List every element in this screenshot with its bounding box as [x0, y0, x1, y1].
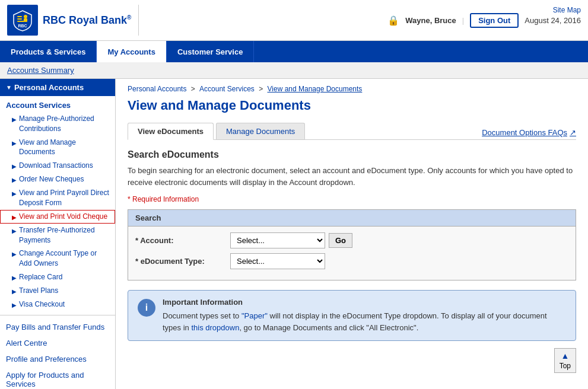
search-description: To begin searching for an electronic doc…	[128, 165, 576, 188]
nav-customer-service[interactable]: Customer Service	[167, 41, 255, 62]
bullet-icon: ▶	[12, 176, 17, 184]
info-title: Important Information	[163, 298, 566, 307]
breadcrumb-separator: >	[191, 85, 197, 93]
breadcrumb-personal-accounts[interactable]: Personal Accounts	[128, 85, 186, 93]
breadcrumb-account-services[interactable]: Account Services	[199, 85, 255, 93]
sidebar-item-download-transactions[interactable]: ▶ Download Transactions	[0, 159, 115, 173]
tab-manage-documents[interactable]: Manage Documents	[216, 123, 305, 139]
sidebar-profile-preferences[interactable]: Profile and Preferences	[0, 351, 115, 367]
sidebar-header: ▼ Personal Accounts	[0, 79, 115, 96]
info-icon: i	[138, 299, 155, 317]
search-box-body: * Account: Select... Go * eDocument Type…	[128, 227, 576, 280]
sidebar-item-travel-plans[interactable]: ▶ Travel Plans	[0, 284, 115, 298]
sidebar-apply-products[interactable]: Apply for Products and Services	[0, 367, 115, 389]
sidebar-item-visa-checkout[interactable]: ▶ Visa Checkout	[0, 298, 115, 311]
sidebar-account-services[interactable]: Account Services	[0, 96, 115, 112]
svg-text:RBC: RBC	[18, 24, 27, 28]
account-control: Select... Go	[230, 232, 352, 248]
doc-options-faqs-link[interactable]: Document Options FAQs ↗	[482, 128, 576, 139]
search-box: Search * Account: Select... Go * eDocume…	[128, 209, 576, 280]
site-map-link[interactable]: Site Map	[553, 6, 581, 14]
accounts-summary-link[interactable]: Accounts Summary	[7, 66, 74, 75]
search-box-header: Search	[128, 210, 576, 227]
svg-rect-2	[17, 21, 24, 22]
breadcrumb-current: View and Manage Documents	[268, 85, 363, 93]
sidebar: ▼ Personal Accounts Account Services ▶ M…	[0, 79, 116, 389]
top-btn-area: ▲ Top	[128, 348, 576, 373]
info-text: Document types set to "Paper" will not d…	[163, 310, 566, 333]
sidebar-item-manage-pre-authorized[interactable]: ▶ Manage Pre-Authorized Contributions	[0, 112, 115, 136]
sidebar-item-view-manage-documents[interactable]: ▶ View and Manage Documents	[0, 136, 115, 160]
paper-link[interactable]: "Paper"	[241, 311, 268, 320]
tab-view-edocuments[interactable]: View eDocuments	[128, 123, 214, 140]
tabs-bar: View eDocuments Manage Documents Documen…	[128, 123, 576, 140]
nav-my-accounts[interactable]: My Accounts	[97, 41, 166, 62]
info-box: i Important Information Document types s…	[128, 290, 576, 341]
content-area: Personal Accounts > Account Services > V…	[116, 79, 588, 389]
bullet-icon: ▶	[12, 288, 17, 296]
bullet-icon: ▶	[12, 213, 17, 222]
up-arrow-icon: ▲	[561, 351, 569, 361]
go-button[interactable]: Go	[329, 233, 352, 248]
required-note: * Required Information	[128, 195, 576, 203]
divider: |	[462, 16, 464, 25]
account-select[interactable]: Select...	[230, 232, 325, 248]
svg-rect-0	[17, 16, 22, 17]
search-section-title: Search eDocuments	[128, 149, 576, 160]
svg-rect-1	[17, 18, 22, 20]
edoc-control: Select...	[230, 253, 325, 269]
bullet-icon: ▶	[12, 301, 17, 310]
logo-area: RBC RBC Royal Bank®	[7, 5, 139, 36]
breadcrumb-separator: >	[259, 85, 265, 93]
rbc-logo-icon: RBC	[7, 5, 38, 36]
accounts-summary-bar: Accounts Summary	[0, 62, 588, 79]
bullet-icon: ▶	[12, 116, 17, 124]
sidebar-item-order-new-cheques[interactable]: ▶ Order New Cheques	[0, 173, 115, 186]
date-display: August 24, 2016	[525, 16, 581, 25]
sidebar-item-change-account-type[interactable]: ▶ Change Account Type or Add Owners	[0, 247, 115, 270]
sidebar-item-transfer-pre-authorized[interactable]: ▶ Transfer Pre-Authorized Payments	[0, 224, 115, 247]
bullet-icon: ▶	[12, 250, 17, 259]
sidebar-item-replace-card[interactable]: ▶ Replace Card	[0, 270, 115, 284]
nav-bar: Products & Services My Accounts Customer…	[0, 41, 588, 62]
account-label: * Account:	[135, 236, 230, 245]
edoc-type-row: * eDocument Type: Select...	[135, 253, 568, 269]
info-content: Important Information Document types set…	[163, 298, 566, 333]
nav-products-services[interactable]: Products & Services	[0, 41, 97, 62]
sidebar-alert-centre[interactable]: Alert Centre	[0, 335, 115, 351]
sidebar-item-view-print-void[interactable]: ▶ View and Print Void Cheque	[0, 210, 115, 224]
bullet-icon: ▶	[12, 190, 17, 198]
this-dropdown-link[interactable]: this dropdown	[191, 323, 239, 332]
edoc-label: * eDocument Type:	[135, 257, 230, 266]
account-row: * Account: Select... Go	[135, 232, 568, 248]
breadcrumb: Personal Accounts > Account Services > V…	[128, 85, 576, 93]
edoc-type-select[interactable]: Select...	[230, 253, 325, 269]
svg-point-3	[24, 15, 27, 18]
svg-rect-4	[24, 18, 27, 22]
bullet-icon: ▶	[12, 139, 17, 148]
bullet-icon: ▶	[12, 227, 17, 235]
page-title: View and Manage Documents	[128, 98, 576, 113]
sidebar-pay-bills[interactable]: Pay Bills and Transfer Funds	[0, 319, 115, 335]
external-link-icon: ↗	[570, 128, 576, 137]
bullet-icon: ▶	[12, 274, 17, 282]
sidebar-item-view-print-payroll[interactable]: ▶ View and Print Payroll Direct Deposit …	[0, 186, 115, 210]
bank-name: RBC Royal Bank®	[43, 14, 131, 26]
top-button[interactable]: ▲ Top	[554, 348, 576, 373]
lock-icon: 🔒	[387, 15, 399, 26]
bullet-icon: ▶	[12, 162, 17, 171]
sidebar-arrow-icon: ▼	[6, 84, 12, 91]
user-name: Wayne, Bruce	[405, 16, 456, 25]
sign-out-button[interactable]: Sign Out	[470, 13, 519, 28]
